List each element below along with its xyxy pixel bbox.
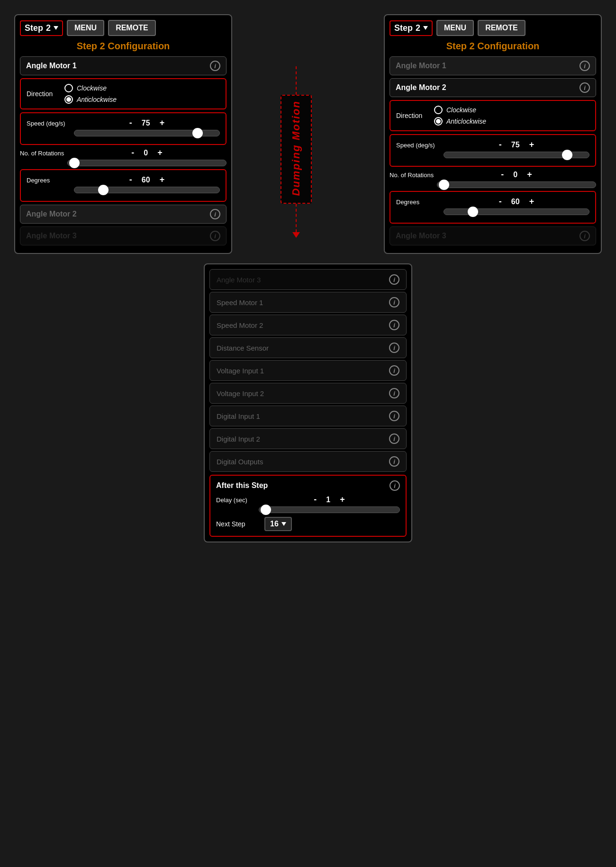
next-step-label: Next Step (216, 520, 259, 528)
left-angle-motor-3-title: Angle Motor 3 (26, 232, 77, 240)
list-item[interactable]: Voltage Input 1i (209, 360, 407, 381)
left-rotations-plus[interactable]: + (157, 148, 163, 158)
list-item[interactable]: Distance Sensori (209, 337, 407, 358)
left-step-dropdown-icon[interactable] (54, 26, 58, 30)
delay-minus[interactable]: - (314, 495, 317, 505)
list-item[interactable]: Digital Input 2i (209, 428, 407, 449)
right-speed-thumb[interactable] (562, 150, 572, 160)
left-angle-motor-2-header[interactable]: Angle Motor 2 i (20, 205, 226, 224)
right-degrees-minus[interactable]: - (499, 197, 502, 207)
right-anticlockwise-option[interactable]: Anticlockwise (434, 117, 589, 126)
right-speed-plus[interactable]: + (529, 140, 534, 150)
list-item-info-icon[interactable]: i (389, 274, 399, 285)
right-clockwise-radio[interactable] (434, 106, 443, 114)
left-clockwise-radio[interactable] (64, 84, 73, 92)
dumping-motion-container: Dumping Motion (242, 66, 351, 238)
delay-thumb[interactable] (261, 505, 271, 515)
right-rotations-track[interactable] (437, 181, 596, 188)
list-item[interactable]: Digital Input 1i (209, 406, 407, 426)
left-degrees-track[interactable] (74, 187, 220, 193)
list-item-info-icon[interactable]: i (389, 456, 399, 467)
right-clockwise-option[interactable]: Clockwise (434, 106, 589, 114)
left-anticlockwise-option[interactable]: Anticlockwise (64, 95, 220, 104)
left-rotations-slider-container: - 0 + (67, 148, 226, 166)
list-item-label: Distance Sensor (217, 344, 269, 352)
left-speed-value: 75 (142, 119, 150, 127)
right-angle-motor-2-info-icon[interactable]: i (580, 82, 590, 93)
left-angle-motor-1-info-icon[interactable]: i (210, 61, 220, 71)
right-remote-button[interactable]: REMOTE (478, 20, 525, 36)
list-item-info-icon[interactable]: i (389, 365, 399, 376)
left-degrees-thumb[interactable] (98, 185, 109, 195)
right-angle-motor-1-header[interactable]: Angle Motor 1 i (390, 56, 596, 75)
left-rotations-section: No. of Rotations - 0 + (20, 148, 226, 166)
left-speed-plus[interactable]: + (160, 118, 165, 128)
right-degrees-value: 60 (511, 198, 520, 206)
right-angle-motor-3-info-icon[interactable]: i (580, 231, 590, 241)
right-speed-track[interactable] (444, 152, 589, 158)
right-degrees-thumb[interactable] (468, 207, 478, 217)
list-item-info-icon[interactable]: i (389, 320, 399, 330)
right-rotations-plus[interactable]: + (527, 170, 532, 180)
left-degrees-minus[interactable]: - (129, 175, 132, 185)
delay-plus[interactable]: + (340, 495, 345, 505)
right-step-box[interactable]: Step 2 (390, 20, 433, 36)
left-degrees-plus[interactable]: + (160, 175, 165, 185)
left-step-box[interactable]: Step 2 (20, 20, 63, 36)
right-angle-motor-1-title: Angle Motor 1 (396, 62, 446, 70)
right-rotations-thumb[interactable] (439, 180, 449, 190)
next-step-dropdown[interactable]: 16 (264, 517, 292, 531)
next-step-dropdown-icon[interactable] (281, 522, 286, 526)
left-angle-motor-1-header[interactable]: Angle Motor 1 i (20, 56, 226, 75)
list-item-info-icon[interactable]: i (389, 388, 399, 398)
left-angle-motor-2-info-icon[interactable]: i (210, 209, 220, 219)
left-speed-section: Speed (deg/s) - 75 + (20, 112, 226, 145)
left-anticlockwise-radio[interactable] (64, 95, 73, 104)
after-step-info-icon[interactable]: i (390, 480, 400, 491)
left-speed-label: Speed (deg/s) (27, 118, 74, 127)
left-speed-minus[interactable]: - (129, 118, 132, 128)
right-clockwise-label: Clockwise (446, 106, 476, 114)
left-rotations-minus[interactable]: - (131, 148, 134, 158)
right-angle-motor-3-title: Angle Motor 3 (396, 232, 446, 240)
right-angle-motor-1-info-icon[interactable]: i (580, 61, 590, 71)
list-item[interactable]: Speed Motor 1i (209, 292, 407, 313)
left-header-bar: Step 2 MENU REMOTE (20, 20, 226, 36)
list-item-info-icon[interactable]: i (389, 434, 399, 444)
left-clockwise-option[interactable]: Clockwise (64, 84, 220, 92)
left-menu-button[interactable]: MENU (67, 20, 104, 36)
left-angle-motor-3-header[interactable]: Angle Motor 3 i (20, 226, 226, 245)
right-rotations-label: No. of Rotations (390, 170, 437, 179)
right-rotations-slider-container: - 0 + (437, 170, 596, 188)
right-step-dropdown-icon[interactable] (423, 26, 428, 30)
left-degrees-value: 60 (142, 176, 150, 184)
left-speed-track[interactable] (74, 130, 220, 136)
right-degrees-plus[interactable]: + (529, 197, 534, 207)
left-angle-motor-3-info-icon[interactable]: i (210, 231, 220, 241)
bottom-panel: Angle Motor 3iSpeed Motor 1iSpeed Motor … (204, 263, 412, 542)
list-item-info-icon[interactable]: i (389, 411, 399, 421)
right-angle-motor-2-header[interactable]: Angle Motor 2 i (390, 78, 596, 97)
right-anticlockwise-radio[interactable] (434, 117, 443, 126)
list-item[interactable]: Angle Motor 3i (209, 269, 407, 290)
list-item[interactable]: Voltage Input 2i (209, 383, 407, 404)
list-item-info-icon[interactable]: i (389, 343, 399, 353)
right-speed-minus[interactable]: - (499, 140, 502, 150)
left-speed-thumb[interactable] (192, 128, 203, 138)
right-rotations-minus[interactable]: - (501, 170, 504, 180)
right-direction-options: Clockwise Anticlockwise (434, 106, 589, 126)
list-item[interactable]: Speed Motor 2i (209, 315, 407, 335)
left-rotations-thumb[interactable] (69, 158, 80, 168)
right-menu-button[interactable]: MENU (436, 20, 474, 36)
left-rotations-track[interactable] (67, 160, 226, 166)
left-remote-button[interactable]: REMOTE (108, 20, 155, 36)
right-angle-motor-3-header[interactable]: Angle Motor 3 i (390, 226, 596, 245)
left-angle-motor-2-title: Angle Motor 2 (26, 210, 77, 218)
list-item-label: Digital Input 1 (217, 412, 260, 420)
list-item-label: Voltage Input 2 (217, 389, 264, 397)
list-item-info-icon[interactable]: i (389, 297, 399, 307)
right-degrees-track[interactable] (444, 208, 589, 215)
delay-track[interactable] (259, 506, 400, 513)
right-direction-section: Direction Clockwise Anticlockwise (390, 100, 596, 131)
list-item[interactable]: Digital Outputsi (209, 451, 407, 472)
